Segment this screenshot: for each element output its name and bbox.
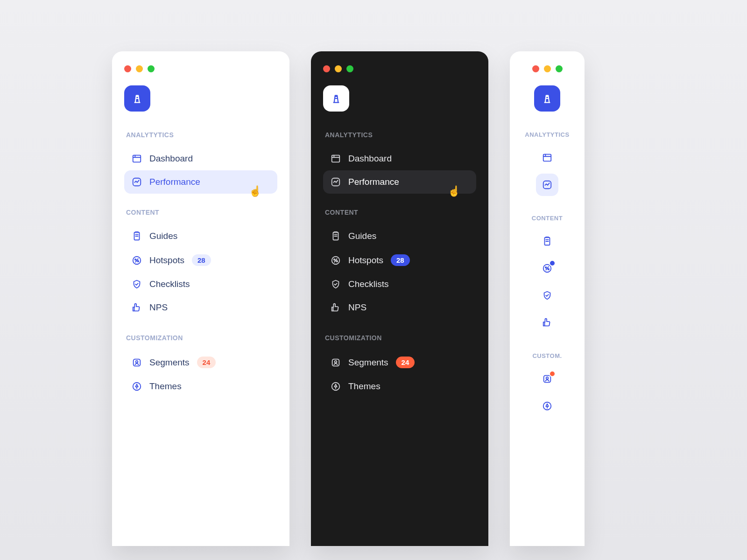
nav-guides[interactable]: Guides: [323, 224, 476, 248]
svg-point-4: [135, 259, 136, 260]
nav-label: Dashboard: [149, 154, 193, 164]
nav-segments[interactable]: [536, 368, 558, 390]
nps-icon: [331, 302, 341, 313]
nav-label: Themes: [348, 381, 381, 392]
dashboard-icon: [542, 152, 552, 163]
guides-icon: [132, 231, 142, 241]
nav-label: NPS: [348, 302, 366, 313]
nav-dashboard[interactable]: Dashboard: [124, 147, 277, 170]
performance-icon: [542, 179, 552, 190]
nav-segments[interactable]: Segments 24: [124, 350, 277, 375]
section-content: CONTENT: [126, 209, 277, 216]
dashboard-icon: [331, 154, 341, 164]
maximize-dot[interactable]: [346, 65, 353, 72]
svg-rect-18: [543, 154, 551, 161]
svg-point-14: [336, 260, 338, 262]
nps-icon: [542, 317, 552, 328]
nav-nps[interactable]: [536, 311, 558, 334]
nav-label: Performance: [149, 177, 200, 187]
app-logo[interactable]: [323, 85, 349, 112]
nav-themes[interactable]: Themes: [323, 375, 476, 398]
guides-icon: [542, 236, 552, 247]
section-customization: CUSTOM.: [520, 352, 574, 359]
nav-nps[interactable]: NPS: [323, 296, 476, 319]
lighthouse-icon: [131, 92, 143, 105]
nav-themes[interactable]: Themes: [124, 375, 277, 398]
segments-icon: [331, 357, 341, 368]
app-logo[interactable]: [534, 85, 560, 112]
minimize-dot[interactable]: [544, 65, 551, 72]
nav-hotspots[interactable]: Hotspots 28: [323, 248, 476, 273]
segments-icon: [132, 357, 142, 368]
pointer-cursor-icon: ☝: [249, 185, 261, 197]
section-analytics: ANALYTYTICS: [520, 131, 574, 138]
section-analytics: ANALYTYTICS: [325, 131, 476, 139]
svg-point-7: [136, 360, 138, 363]
svg-rect-0: [133, 155, 141, 162]
nav-label: Checklists: [149, 279, 190, 289]
dashboard-icon: [132, 154, 142, 164]
close-dot[interactable]: [323, 65, 330, 72]
nav-dashboard[interactable]: [536, 147, 558, 169]
lighthouse-icon: [541, 92, 553, 105]
nav-guides[interactable]: Guides: [124, 224, 277, 248]
close-dot[interactable]: [124, 65, 131, 72]
guides-icon: [331, 231, 341, 241]
nav-label: Performance: [348, 177, 399, 187]
nps-icon: [132, 302, 142, 313]
minimize-dot[interactable]: [136, 65, 143, 72]
svg-point-16: [335, 360, 337, 363]
svg-point-13: [334, 259, 335, 260]
window-controls: [323, 65, 476, 72]
checklists-icon: [542, 290, 552, 301]
sidebar-mini: ANALYTYTICS CONTENT: [510, 51, 585, 546]
segments-badge: 24: [197, 357, 216, 368]
nav-label: Themes: [149, 381, 182, 392]
hotspots-notification-dot: [549, 260, 556, 266]
nav-performance[interactable]: [536, 174, 558, 196]
hotspots-icon: [132, 255, 142, 266]
nav-segments[interactable]: Segments 24: [323, 350, 476, 375]
themes-icon: [132, 381, 142, 392]
window-controls: [520, 65, 574, 72]
section-content: CONTENT: [325, 209, 476, 216]
nav-checklists[interactable]: Checklists: [323, 273, 476, 296]
minimize-dot[interactable]: [335, 65, 342, 72]
svg-rect-9: [332, 155, 340, 162]
nav-label: Dashboard: [348, 154, 392, 164]
nav-performance[interactable]: Performance ☝: [323, 170, 476, 194]
nav-label: Segments: [348, 357, 388, 368]
hotspots-icon: [331, 255, 341, 266]
nav-label: Guides: [348, 231, 376, 241]
close-dot[interactable]: [532, 65, 539, 72]
performance-icon: [132, 177, 142, 187]
nav-label: Checklists: [348, 279, 389, 289]
section-analytics: ANALYTYTICS: [126, 131, 277, 139]
svg-point-22: [545, 267, 547, 268]
svg-point-25: [546, 377, 549, 379]
svg-point-5: [137, 260, 139, 262]
performance-icon: [331, 177, 341, 187]
app-logo[interactable]: [124, 85, 150, 112]
sidebar-dark: ANALYTYTICS Dashboard Performance ☝ CONT…: [311, 51, 488, 546]
themes-icon: [331, 381, 341, 392]
svg-point-23: [548, 268, 549, 270]
nav-nps[interactable]: NPS: [124, 296, 277, 319]
nav-hotspots[interactable]: Hotspots 28: [124, 248, 277, 273]
section-customization: CUSTOMIZATION: [126, 334, 277, 342]
lighthouse-icon: [330, 92, 342, 105]
maximize-dot[interactable]: [148, 65, 155, 72]
nav-checklists[interactable]: [536, 284, 558, 307]
nav-themes[interactable]: [536, 395, 558, 417]
nav-label: Hotspots: [149, 255, 184, 266]
pointer-cursor-icon: ☝: [448, 185, 460, 197]
nav-hotspots[interactable]: [536, 257, 558, 280]
nav-performance[interactable]: Performance ☝: [124, 170, 277, 194]
sidebar-light: ANALYTYTICS Dashboard Performance ☝ CONT…: [112, 51, 289, 546]
maximize-dot[interactable]: [556, 65, 563, 72]
nav-guides[interactable]: [536, 230, 558, 252]
checklists-icon: [331, 279, 341, 289]
nav-dashboard[interactable]: Dashboard: [323, 147, 476, 170]
nav-label: NPS: [149, 302, 168, 313]
nav-checklists[interactable]: Checklists: [124, 273, 277, 296]
